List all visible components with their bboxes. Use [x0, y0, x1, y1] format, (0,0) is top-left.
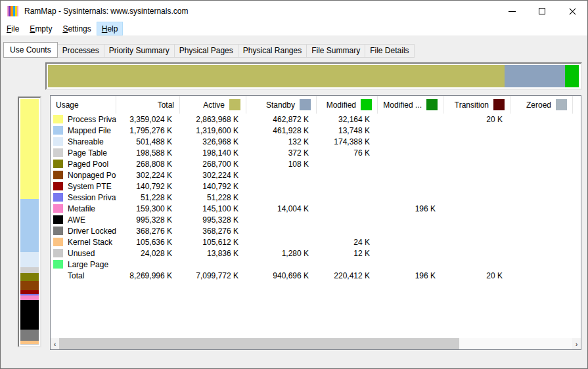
- memory-usage-column-frame: [18, 97, 41, 347]
- total-value: 1,795,276 K: [116, 126, 180, 135]
- scroll-left-icon[interactable]: ‹: [51, 338, 59, 349]
- usage-cell: Large Page: [51, 260, 116, 269]
- total-value: 24,028 K: [116, 249, 180, 258]
- table-row-awe[interactable]: AWE995,328 K995,328 K: [51, 214, 581, 225]
- table-row-shareable[interactable]: Shareable501,488 K326,968 K132 K174,388 …: [51, 136, 581, 147]
- table-row-nonpaged-pool[interactable]: Nonpaged Pool302,224 K302,224 K: [51, 169, 581, 181]
- column-header-standby[interactable]: Standby: [246, 96, 317, 114]
- scrollbar-thumb[interactable]: [59, 338, 459, 349]
- usage-label: System PTE: [68, 182, 112, 191]
- column-segment-mapped-file: [20, 199, 39, 252]
- usage-label: Session Private: [68, 193, 116, 202]
- menu-bar: FileEmptySettingsHelp: [1, 22, 587, 35]
- column-header-transition[interactable]: Transition: [443, 96, 510, 114]
- column-header-zeroed[interactable]: Zeroed: [510, 96, 573, 114]
- standby-value: 1,280 K: [246, 249, 317, 258]
- usage-swatch: [53, 115, 63, 123]
- tab-processes[interactable]: Processes: [57, 44, 104, 58]
- usage-swatch: [53, 260, 63, 269]
- close-button[interactable]: [557, 1, 587, 22]
- usage-cell: Process Private: [51, 115, 116, 124]
- usage-cell: Metafile: [51, 204, 116, 213]
- usage-swatch: [53, 126, 63, 135]
- maximize-button[interactable]: [527, 1, 557, 22]
- table-empty-area: [51, 281, 581, 338]
- total-value: 105,636 K: [116, 238, 180, 247]
- window-title: RamMap - Sysinternals: www.sysinternals.…: [24, 7, 188, 16]
- table-row-process-private[interactable]: Process Private3,359,024 K2,863,968 K462…: [51, 114, 581, 125]
- table-row-page-table[interactable]: Page Table198,588 K198,140 K372 K76 K: [51, 147, 581, 158]
- usage-label: Process Private: [68, 115, 116, 124]
- table-row-metafile[interactable]: Metafile159,300 K145,100 K14,004 K196 K: [51, 203, 581, 214]
- table-row-large-page[interactable]: Large Page: [51, 259, 581, 270]
- column-header-total[interactable]: Total: [116, 96, 180, 114]
- usage-swatch: [53, 182, 63, 190]
- usage-label: Total: [68, 271, 84, 280]
- bar-segment-remainder: [579, 65, 579, 87]
- column-header-usage[interactable]: Usage: [51, 96, 116, 114]
- column-label-transition: Transition: [455, 100, 489, 110]
- usage-label: Large Page: [68, 260, 108, 269]
- table-row-system-pte[interactable]: System PTE140,792 K140,792 K: [51, 181, 581, 192]
- menu-item-empty[interactable]: Empty: [24, 22, 57, 35]
- column-header-active[interactable]: Active: [180, 96, 246, 114]
- total-value: 368,276 K: [116, 227, 180, 236]
- modified-value: 12 K: [317, 249, 378, 258]
- column-segment-awe: [20, 300, 39, 330]
- menu-item-file[interactable]: File: [1, 22, 24, 35]
- usage-swatch: [53, 171, 63, 179]
- title-bar[interactable]: RamMap - Sysinternals: www.sysinternals.…: [1, 1, 587, 22]
- tab-priority-summary[interactable]: Priority Summary: [104, 44, 175, 58]
- standby-value: 372 K: [246, 148, 317, 158]
- usage-swatch: [53, 249, 63, 257]
- usage-label: Unused: [68, 249, 95, 258]
- usage-label: Nonpaged Pool: [68, 171, 116, 180]
- usage-swatch: [53, 227, 63, 235]
- active-value: 145,100 K: [180, 204, 246, 213]
- table-row-total[interactable]: Total8,269,996 K7,099,772 K940,696 K220,…: [51, 270, 581, 281]
- active-value: 7,099,772 K: [180, 271, 246, 280]
- usage-swatch: [53, 193, 63, 202]
- table-row-kernel-stack[interactable]: Kernel Stack105,636 K105,612 K24 K: [51, 236, 581, 248]
- scroll-right-icon[interactable]: ›: [572, 338, 581, 349]
- standby-value: 132 K: [246, 137, 317, 146]
- column-label-total: Total: [158, 100, 174, 110]
- active-value: 368,276 K: [180, 227, 246, 236]
- minimize-button[interactable]: [497, 1, 527, 22]
- usage-swatch: [53, 148, 63, 157]
- table-row-paged-pool[interactable]: Paged Pool268,808 K268,700 K108 K: [51, 158, 581, 169]
- tab-file-details[interactable]: File Details: [365, 44, 414, 58]
- minimize-icon: [509, 11, 516, 12]
- active-value: 1,319,600 K: [180, 126, 246, 135]
- table-row-unused[interactable]: Unused24,028 K13,836 K1,280 K12 K: [51, 248, 581, 259]
- tab-physical-pages[interactable]: Physical Pages: [174, 44, 238, 58]
- usage-label: Page Table: [68, 148, 107, 158]
- column-header-modified[interactable]: Modified: [317, 96, 378, 114]
- table-row-session-private[interactable]: Session Private51,228 K51,228 K: [51, 192, 581, 203]
- active-value: 198,140 K: [180, 148, 246, 158]
- usage-cell: AWE: [51, 215, 116, 225]
- usage-cell: Shareable: [51, 137, 116, 146]
- active-value: 105,612 K: [180, 238, 246, 247]
- tab-use-counts[interactable]: Use Counts: [3, 42, 58, 58]
- tab-file-summary[interactable]: File Summary: [306, 44, 365, 58]
- tab-physical-ranges[interactable]: Physical Ranges: [238, 44, 307, 58]
- table-body: Process Private3,359,024 K2,863,968 K462…: [51, 114, 581, 281]
- standby-value: 14,004 K: [246, 204, 317, 213]
- modified_no_write-value: 196 K: [378, 271, 443, 280]
- table-header: UsageTotalActiveStandbyModifiedModified …: [51, 96, 581, 114]
- active-value: 268,700 K: [180, 160, 246, 169]
- menu-item-help[interactable]: Help: [97, 22, 124, 35]
- scrollbar-track[interactable]: [59, 338, 572, 349]
- active-value: 995,328 K: [180, 215, 246, 225]
- table-row-driver-locked[interactable]: Driver Locked368,276 K368,276 K: [51, 225, 581, 236]
- transition-value: 20 K: [443, 115, 510, 124]
- column-header-modified_no_write[interactable]: Modified ...: [378, 96, 443, 114]
- menu-item-settings[interactable]: Settings: [57, 22, 96, 35]
- horizontal-scrollbar[interactable]: ‹ ›: [51, 338, 581, 349]
- table-row-mapped-file[interactable]: Mapped File1,795,276 K1,319,600 K461,928…: [51, 125, 581, 136]
- column-label-usage: Usage: [56, 100, 79, 110]
- column-segment-page-table: [20, 267, 39, 273]
- column-segment-driver-locked: [20, 330, 39, 341]
- standby-value: 461,928 K: [246, 126, 317, 135]
